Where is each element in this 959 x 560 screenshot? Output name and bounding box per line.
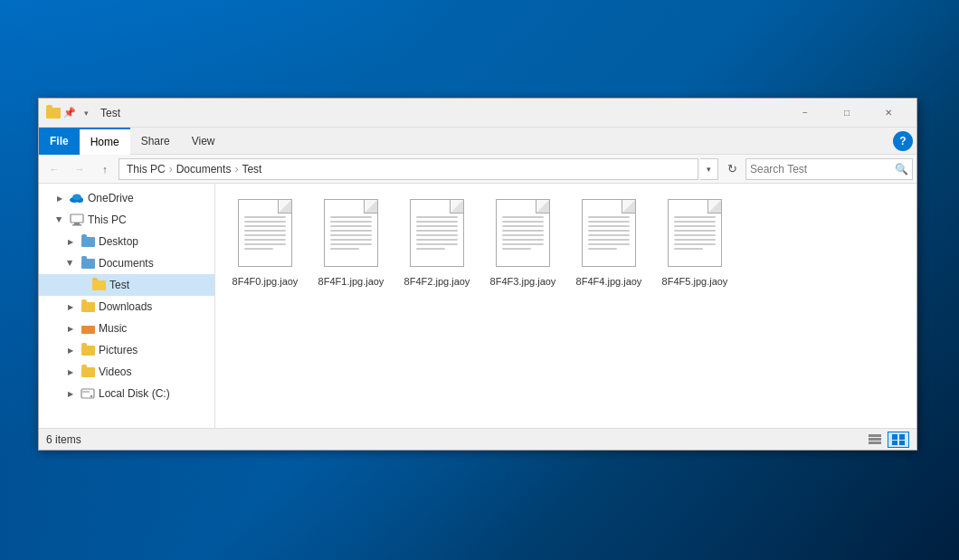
sidebar: ▶ OneDrive ▶ bbox=[39, 184, 215, 428]
help-button[interactable]: ? bbox=[893, 131, 913, 151]
svg-point-9 bbox=[90, 395, 92, 397]
sidebar-item-music[interactable]: ▶ Music bbox=[39, 318, 214, 339]
search-box[interactable]: 🔍 bbox=[745, 158, 913, 180]
maximize-button[interactable]: □ bbox=[826, 99, 868, 128]
tab-share[interactable]: Share bbox=[130, 128, 181, 155]
expand-arrow-downloads: ▶ bbox=[64, 300, 77, 313]
svg-rect-13 bbox=[869, 441, 881, 444]
file-icon bbox=[663, 199, 726, 271]
expand-arrow-desktop: ▶ bbox=[64, 235, 77, 248]
file-item[interactable]: 8F4F2.jpg.jaoy bbox=[396, 193, 478, 294]
minimize-button[interactable]: − bbox=[784, 99, 826, 128]
file-name: 8F4F3.jpg.jaoy bbox=[490, 275, 556, 288]
file-name: 8F4F1.jpg.jaoy bbox=[318, 275, 385, 288]
file-icon bbox=[491, 199, 555, 271]
address-bar: ← → ↑ This PC › Documents › Test ▾ ↻ 🔍 bbox=[39, 155, 916, 184]
back-button[interactable]: ← bbox=[43, 158, 66, 180]
downloads-folder-icon bbox=[81, 299, 95, 314]
item-count: 6 items bbox=[46, 433, 81, 446]
sidebar-item-onedrive[interactable]: ▶ OneDrive bbox=[39, 187, 214, 209]
pin-icon: 📌 bbox=[62, 106, 77, 120]
sidebar-label-desktop: Desktop bbox=[99, 235, 138, 248]
tab-home[interactable]: Home bbox=[80, 128, 130, 155]
svg-rect-4 bbox=[74, 223, 80, 224]
file-icon bbox=[233, 199, 297, 271]
doc-lines bbox=[588, 216, 630, 250]
svg-point-2 bbox=[72, 195, 81, 201]
svg-rect-5 bbox=[72, 224, 81, 226]
onedrive-icon bbox=[70, 191, 84, 205]
desktop-folder-icon bbox=[81, 234, 95, 249]
sidebar-item-downloads[interactable]: ▶ Downloads bbox=[39, 296, 214, 318]
sidebar-label-downloads: Downloads bbox=[99, 300, 152, 313]
videos-folder-icon bbox=[81, 365, 95, 379]
tab-view[interactable]: View bbox=[181, 128, 226, 155]
path-sep-2: › bbox=[234, 163, 238, 176]
expand-arrow-pictures: ▶ bbox=[64, 344, 77, 356]
doc-paper bbox=[238, 199, 292, 267]
pictures-folder-icon bbox=[81, 343, 95, 357]
address-path[interactable]: This PC › Documents › Test bbox=[119, 158, 698, 180]
up-button[interactable]: ↑ bbox=[93, 158, 117, 180]
doc-paper bbox=[496, 199, 550, 267]
refresh-button[interactable]: ↻ bbox=[720, 158, 744, 180]
svg-rect-16 bbox=[892, 441, 897, 445]
sidebar-item-this-pc[interactable]: ▶ This PC bbox=[39, 209, 214, 231]
sidebar-item-pictures[interactable]: ▶ Pictures bbox=[39, 339, 214, 361]
sidebar-label-videos: Videos bbox=[99, 365, 131, 378]
sidebar-item-local-disk[interactable]: ▶ Local Disk (C:) bbox=[39, 383, 214, 404]
sidebar-label-onedrive: OneDrive bbox=[88, 192, 134, 204]
local-disk-icon bbox=[81, 386, 95, 401]
status-bar: 6 items bbox=[39, 428, 916, 450]
title-bar-icons: 📌 ▾ bbox=[46, 106, 93, 120]
path-dropdown-button[interactable]: ▾ bbox=[700, 158, 718, 180]
forward-button[interactable]: → bbox=[68, 158, 91, 180]
window-controls: − □ ✕ bbox=[784, 99, 909, 128]
search-input[interactable] bbox=[750, 163, 895, 176]
music-folder-icon bbox=[81, 321, 95, 336]
doc-paper bbox=[668, 199, 722, 267]
file-icon bbox=[577, 199, 641, 271]
path-this-pc: This PC bbox=[127, 163, 166, 176]
search-icon[interactable]: 🔍 bbox=[895, 163, 908, 176]
sidebar-label-documents: Documents bbox=[99, 257, 154, 270]
doc-paper bbox=[324, 199, 378, 267]
file-item[interactable]: 8F4F0.jpg.jaoy bbox=[224, 193, 306, 294]
test-folder-icon bbox=[91, 278, 106, 292]
file-item[interactable]: 8F4F1.jpg.jaoy bbox=[310, 193, 392, 294]
sidebar-item-test[interactable]: ▶ Test bbox=[39, 274, 214, 296]
expand-arrow-documents: ▶ bbox=[64, 257, 77, 270]
sidebar-item-desktop[interactable]: ▶ Desktop bbox=[39, 231, 214, 252]
doc-paper bbox=[410, 199, 464, 267]
svg-rect-15 bbox=[899, 434, 905, 440]
svg-rect-10 bbox=[82, 391, 90, 393]
doc-lines bbox=[330, 216, 372, 250]
doc-lines bbox=[416, 216, 458, 250]
file-name: 8F4F5.jpg.jaoy bbox=[662, 275, 728, 288]
svg-rect-14 bbox=[892, 434, 897, 440]
doc-lines bbox=[244, 216, 286, 250]
down-arrow-icon: ▾ bbox=[79, 106, 93, 120]
file-item[interactable]: 8F4F5.jpg.jaoy bbox=[654, 193, 736, 294]
file-item[interactable]: 8F4F3.jpg.jaoy bbox=[482, 193, 564, 294]
window-title: Test bbox=[100, 107, 784, 119]
expand-arrow-music: ▶ bbox=[64, 322, 77, 335]
close-button[interactable]: ✕ bbox=[868, 99, 909, 128]
path-documents: Documents bbox=[176, 163, 232, 176]
view-details-button[interactable] bbox=[864, 432, 886, 448]
doc-paper bbox=[582, 199, 636, 267]
content-area: ▶ OneDrive ▶ bbox=[39, 184, 916, 428]
sidebar-item-videos[interactable]: ▶ Videos bbox=[39, 361, 214, 383]
doc-lines bbox=[502, 216, 544, 250]
expand-arrow-videos: ▶ bbox=[64, 365, 77, 378]
sidebar-label-music: Music bbox=[99, 322, 127, 335]
view-large-button[interactable] bbox=[888, 432, 909, 448]
tab-file[interactable]: File bbox=[39, 128, 80, 155]
file-icon bbox=[405, 199, 469, 271]
menu-bar: File Home Share View ? bbox=[39, 128, 916, 155]
sidebar-item-documents[interactable]: ▶ Documents bbox=[39, 252, 214, 274]
expand-arrow-local-disk: ▶ bbox=[64, 387, 77, 400]
sidebar-label-pictures: Pictures bbox=[99, 344, 138, 356]
file-item[interactable]: 8F4F4.jpg.jaoy bbox=[568, 193, 650, 294]
svg-rect-7 bbox=[81, 326, 87, 328]
